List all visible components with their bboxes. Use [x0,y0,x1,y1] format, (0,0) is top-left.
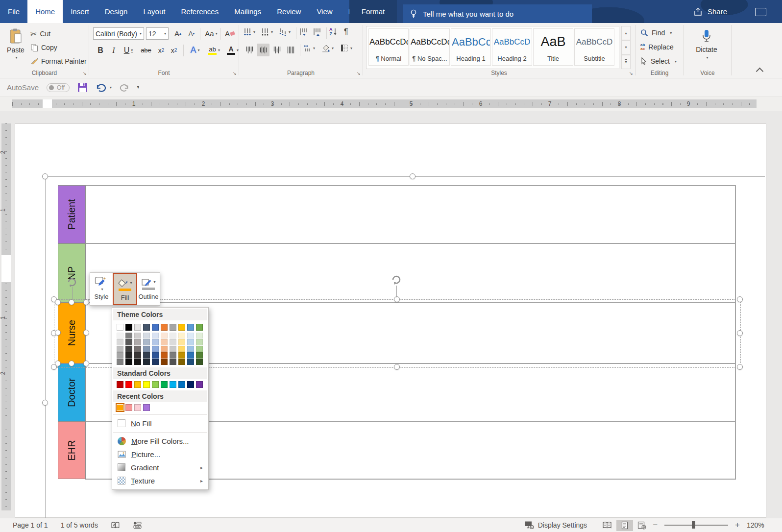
color-swatch[interactable] [152,359,159,365]
color-swatch[interactable] [152,346,159,352]
zoom-slider-thumb[interactable] [692,521,695,529]
lane-label-doctor[interactable]: Doctor [58,363,86,421]
zoom-out-button[interactable]: − [651,520,660,530]
color-swatch[interactable] [170,346,176,352]
selection-handle[interactable] [737,330,743,336]
color-swatch[interactable] [161,324,168,331]
font-family-combobox[interactable]: Calibri (Body)▾ [93,27,144,40]
color-swatch[interactable] [117,324,123,331]
color-swatch[interactable] [117,339,123,345]
share-button[interactable]: Share [693,0,727,23]
bullets-button[interactable]: ▾ [243,27,255,36]
color-swatch[interactable] [143,324,150,331]
selection-handle[interactable] [737,296,743,302]
tab-view[interactable]: View [309,0,340,23]
color-swatch[interactable] [125,346,132,352]
color-swatch[interactable] [187,381,194,388]
color-swatch[interactable] [152,324,159,331]
tell-me-search[interactable]: Tell me what you want to do [403,4,592,23]
shape-handle[interactable] [55,299,61,305]
increase-indent-button[interactable] [313,27,321,36]
color-swatch[interactable] [134,381,141,388]
styles-more-icon[interactable]: ▾ [621,55,631,69]
show-paragraph-marks-button[interactable]: ¶ [344,27,348,36]
macro-record-icon[interactable] [133,521,142,529]
color-swatch[interactable] [125,359,132,365]
color-swatch[interactable] [196,324,203,331]
color-swatch[interactable] [117,352,123,358]
paragraph-dialog-launcher[interactable]: ↘ [357,71,361,76]
text-effects-button[interactable]: A▾ [186,44,204,57]
color-swatch[interactable] [170,339,176,345]
tab-design[interactable]: Design [97,0,136,23]
more-fill-colors-item[interactable]: More Fill Colors... [112,435,208,448]
picture-fill-item[interactable]: Picture... [112,448,208,461]
color-swatch[interactable] [187,359,194,365]
display-settings-button[interactable]: Display Settings [524,521,587,530]
color-swatch[interactable] [161,352,168,358]
format-painter-button[interactable]: Format Painter [30,55,87,67]
indent-marker-area[interactable] [43,99,52,108]
undo-button[interactable]: ▾ [96,83,112,92]
tab-home[interactable]: Home [27,0,63,23]
color-swatch[interactable] [117,359,123,365]
color-swatch[interactable] [196,359,203,365]
zoom-in-button[interactable]: + [733,520,742,530]
color-swatch[interactable] [161,339,168,345]
cut-button[interactable]: ✂ Cut [30,28,50,40]
canvas-handle-top-center[interactable] [410,173,415,179]
word-count[interactable]: 1 of 5 words [61,521,98,529]
color-swatch[interactable] [161,359,168,365]
color-swatch[interactable] [152,333,159,339]
copy-button[interactable]: Copy [30,42,57,53]
canvas-handle-left-middle[interactable] [42,400,48,406]
clipboard-dialog-launcher[interactable]: ↘ [83,71,87,76]
color-swatch[interactable] [143,346,150,352]
rotate-handle[interactable] [66,276,78,288]
styles-scroll-down-icon[interactable]: ▾ [621,40,631,54]
lane-row-np[interactable] [85,243,736,303]
color-swatch[interactable] [196,346,203,352]
paste-button[interactable]: Paste ▾ [4,26,27,75]
tab-layout[interactable]: Layout [135,0,173,23]
collapse-ribbon-icon[interactable] [756,68,764,75]
numbering-button[interactable]: ▾ [261,27,273,36]
color-swatch[interactable] [187,324,194,331]
color-swatch[interactable] [125,333,132,339]
color-swatch[interactable] [178,333,185,339]
zoom-slider[interactable] [664,525,728,526]
color-swatch[interactable] [134,359,141,365]
selection-handle[interactable] [394,296,400,302]
style-subtitle[interactable]: AaBbCcD Subtitle [574,28,614,66]
color-swatch[interactable] [178,352,185,358]
color-swatch[interactable] [117,404,123,411]
color-swatch[interactable] [143,333,150,339]
color-swatch[interactable] [117,333,123,339]
color-swatch[interactable] [134,339,141,345]
sort-button[interactable]: AZ [329,27,337,36]
lane-row-patient[interactable] [85,185,736,244]
style-heading-2[interactable]: AaBbCcD Heading 2 [492,28,532,66]
customize-qat-icon[interactable]: ▾ [137,86,139,89]
superscript-button[interactable]: x2 [168,44,180,57]
change-case-button[interactable]: Aa▾ [203,27,220,40]
color-swatch[interactable] [143,404,150,411]
grow-font-button[interactable]: A▴ [171,27,184,40]
color-swatch[interactable] [187,339,194,345]
color-swatch[interactable] [161,346,168,352]
lane-label-ehr[interactable]: EHR [58,421,86,479]
color-swatch[interactable] [125,324,132,331]
color-swatch[interactable] [143,381,150,388]
multilevel-list-button[interactable]: ▾ [278,27,291,36]
color-swatch[interactable] [117,346,123,352]
tab-insert[interactable]: Insert [63,0,97,23]
color-swatch[interactable] [125,352,132,358]
color-swatch[interactable] [170,333,176,339]
color-swatch[interactable] [196,352,203,358]
page-indicator[interactable]: Page 1 of 1 [13,521,48,529]
color-swatch[interactable] [152,352,159,358]
tab-references[interactable]: References [173,0,226,23]
color-swatch[interactable] [152,339,159,345]
outline-button[interactable]: ▾ Outline [137,273,160,305]
decrease-indent-button[interactable] [299,27,308,36]
